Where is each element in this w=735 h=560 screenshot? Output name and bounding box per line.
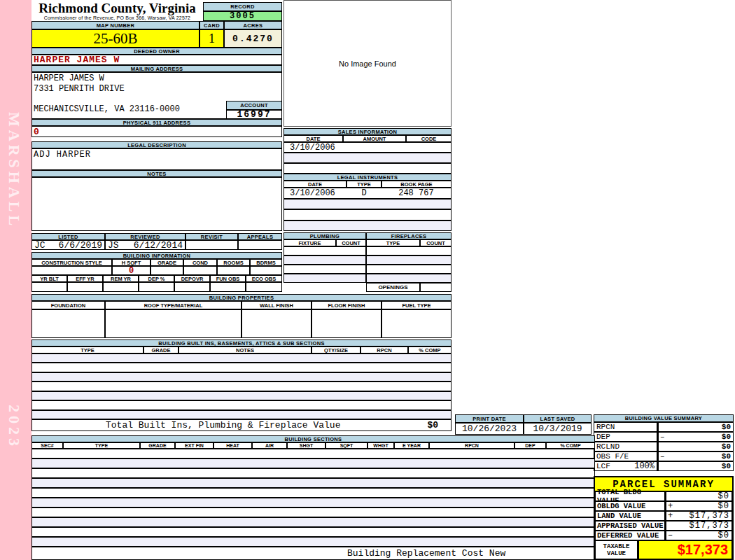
col-yr-blt: YR BLT — [31, 275, 67, 282]
sections-col-ext-fin: EXT FIN — [175, 442, 214, 449]
col-rem-yr: REM YR — [103, 275, 139, 282]
property-photo-placeholder: No Image Found — [284, 0, 451, 127]
table-row — [31, 488, 595, 498]
building-sections-title: BUILDING SECTIONS — [31, 435, 595, 442]
bvs-dep-op: – — [659, 433, 668, 441]
bvs-rpcn-label: RPCN — [596, 423, 615, 431]
instrument-date: 3/10/2006 — [284, 188, 346, 198]
building-properties-title: BUILDING PROPERTIES — [31, 294, 451, 301]
sale-date: 3/10/2006 — [284, 143, 343, 153]
appeals-value — [238, 240, 282, 250]
table-row — [31, 400, 451, 410]
deeded-owner-value: HARPER JAMES W — [31, 55, 282, 65]
ps-appraised-value: $17,373 — [676, 521, 732, 531]
depovr-value — [174, 282, 210, 292]
county-title-block: Richmond County, Virginia Commissioner o… — [31, 1, 203, 21]
building-sections-table: BUILDING SECTIONS SEC# TYPE GRADE EXT FI… — [31, 435, 595, 560]
bvs-lcf-label: LCF — [596, 462, 610, 470]
table-row — [31, 517, 595, 527]
building-value-summary-table: BUILDING VALUE SUMMARY RPCN $0 DEP –$0 R… — [594, 414, 734, 471]
table-row — [284, 153, 451, 163]
col-h-sqft: H SQFT — [112, 259, 150, 266]
instrument-book-page: 248 767 — [382, 188, 451, 198]
table-row — [31, 354, 451, 363]
built-ins-col-rpcn: RPCN — [360, 346, 408, 354]
card-value: 1 — [200, 29, 224, 48]
reviewed-value: JS 6/12/2014 — [105, 240, 186, 250]
built-ins-total-label: Total Built Ins, Plumbing & Fireplace Va… — [32, 420, 340, 430]
plumbing-fireplaces-table: PLUMBING FIREPLACES FIXTURE COUNT TYPE C… — [284, 232, 451, 292]
dep-pct-value — [139, 282, 174, 292]
sections-col-grade: GRADE — [140, 442, 175, 449]
table-row — [284, 220, 451, 231]
built-ins-total-row: Total Built Ins, Plumbing & Fireplace Va… — [31, 419, 451, 431]
review-table: LISTED REVIEWED REVISIT APPEALS JC 6/6/2… — [31, 233, 282, 250]
sales-information-title: SALES INFORMATION — [284, 128, 451, 135]
built-ins-title: BUILDING BUILT INS, BASEMENTS, ATTICS & … — [31, 340, 451, 346]
col-construction-style: CONSTRUCTION STYLE — [31, 259, 112, 266]
bvs-lcf-pct: 100% — [634, 461, 654, 471]
last-saved-value: 10/3/2019 — [524, 423, 592, 435]
print-date-value: 10/26/2023 — [455, 423, 524, 435]
built-ins-total-value: $0 — [427, 420, 451, 430]
acres-value: 0.4270 — [224, 29, 282, 48]
col-cond: COND — [183, 259, 217, 266]
plumbing-title: PLUMBING — [284, 232, 366, 239]
notes-label: NOTES — [31, 170, 282, 177]
built-ins-col-grade: GRADE — [144, 346, 178, 354]
ps-land-op: + — [666, 511, 676, 521]
col-fun-obs: FUN OBS — [210, 275, 246, 282]
openings-label: OPENINGS — [366, 283, 420, 292]
instruments-col-type: TYPE — [346, 181, 382, 188]
bvs-obs-fe-value: $0 — [668, 452, 733, 461]
sales-col-date: DATE — [284, 135, 343, 142]
table-row — [31, 449, 595, 458]
col-wall-finish: WALL FINISH — [241, 301, 312, 309]
col-rooms: ROOMS — [217, 259, 250, 266]
fireplaces-col-type: TYPE — [366, 239, 420, 246]
physical-911-value: 0 — [31, 126, 282, 137]
instruments-col-date: DATE — [284, 181, 346, 188]
table-row — [284, 274, 451, 283]
table-row: LCF100% $0 — [594, 461, 734, 471]
col-grade: GRADE — [150, 259, 183, 266]
revisit-label: REVISIT — [186, 233, 238, 240]
legal-instruments-table: LEGAL INSTRUMENTS DATE TYPE BOOK PAGE 3/… — [284, 174, 451, 231]
bvs-rpcn-value: $0 — [668, 423, 733, 431]
building-replacement-cost-note: Building Replacement Cost New — [31, 547, 595, 560]
table-row: APPRAISED VALUE $17,373 — [595, 521, 732, 531]
table-row — [31, 363, 451, 372]
ps-deferred-label: DEFERRED VALUE — [597, 531, 659, 540]
table-row: 3/10/2006 D 248 767 — [284, 188, 451, 199]
building-information-title: BUILDING INFORMATION — [31, 252, 282, 259]
mailing-line-1: HARPER JAMES W — [34, 74, 104, 83]
sections-col-sqft: SQFT — [326, 442, 368, 449]
built-ins-col-notes: NOTES — [178, 346, 312, 354]
deeded-owner-label: DEEDED OWNER — [31, 48, 282, 55]
built-ins-table: BUILDING BUILT INS, BASEMENTS, ATTICS & … — [31, 340, 451, 431]
table-row: RPCN $0 — [594, 422, 734, 432]
fuel-type-value — [382, 309, 451, 338]
col-eff-yr: EFF YR — [67, 275, 103, 282]
table-row — [284, 265, 451, 274]
cond-value — [183, 266, 217, 275]
roof-type-material-value — [105, 309, 241, 338]
bvs-dep-value: $0 — [668, 433, 733, 441]
parcel-summary-table: PARCEL SUMMARY TOTAL BLDG VALUE $0 OBLDG… — [594, 476, 734, 560]
ps-deferred-value: $0 — [676, 531, 732, 540]
last-saved-label: LAST SAVED — [524, 414, 592, 423]
mailing-address-label: MAILING ADDRESS — [31, 65, 282, 72]
table-row — [31, 382, 451, 391]
map-number-value: 25-60B — [31, 29, 200, 48]
record-label: RECORD — [203, 2, 282, 11]
rem-yr-value — [103, 282, 139, 292]
col-fuel-type: FUEL TYPE — [382, 301, 451, 309]
commissioner-line: Commissioner of the Revenue, PO Box 366,… — [31, 15, 203, 20]
sections-col-whgt: WHGT — [368, 442, 394, 449]
reviewed-initials: JS — [108, 240, 119, 251]
bvs-dep-label: DEP — [596, 433, 610, 441]
col-roof-type-material: ROOF TYPE/MATERIAL — [105, 301, 241, 309]
instruments-col-book-page: BOOK PAGE — [382, 181, 451, 188]
col-bdrms: BDRMS — [250, 259, 282, 266]
table-row — [284, 163, 451, 174]
